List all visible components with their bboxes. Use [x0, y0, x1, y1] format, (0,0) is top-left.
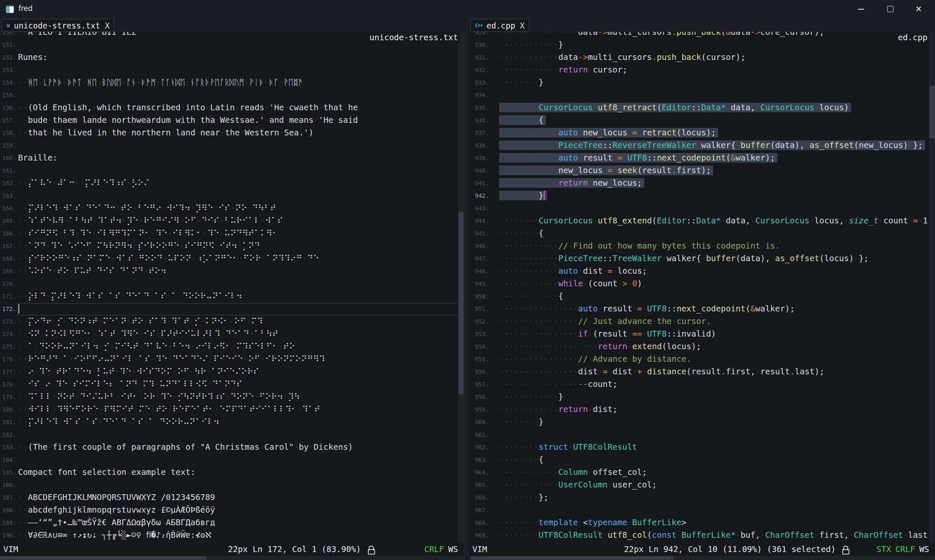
code-line[interactable]: 954.····················return·extend(lo… [469, 340, 935, 353]
code-line[interactable]: 153. [0, 64, 464, 76]
code-line[interactable]: 958.············} [469, 391, 935, 403]
code-line[interactable]: 161. [0, 164, 464, 177]
scrollbar-thumb[interactable] [471, 556, 674, 560]
close-button[interactable]: × [906, 0, 931, 18]
code-line[interactable]: 949.············while·(count·>·0) [469, 277, 935, 290]
minimize-button[interactable] [848, 0, 873, 18]
code-line[interactable]: 166.··⠎⠊⠛⠝⠫·⠃⠹·⠹⠑·⠊⠇⠻⠛⠹⠍⠁⠝⠂·⠹⠑·⠊⠇⠻⠅⠂·⠹⠑·… [0, 227, 464, 240]
code-line[interactable]: 947.············PieceTree::TreeWalker·wa… [469, 252, 935, 265]
code-line[interactable]: 169.··⠡⠕⠎⠑·⠞⠕·⠏⠥⠞·⠙⠊⠎·⠙⠁⠝⠙·⠞⠕⠲ [0, 265, 464, 277]
code-line[interactable]: 945.········{ [469, 227, 935, 240]
code-line[interactable]: 167.··⠁⠝⠙·⠹⠑·⠡⠊⠑⠋·⠍⠳⠗⠝⠻⠲·⡎⠊⠗⠕⠕⠛⠑·⠎⠊⠛⠝⠫·⠊… [0, 240, 464, 252]
code-line[interactable]: 963.········{ [469, 454, 935, 466]
code-line[interactable]: 176.··⠗⠑⠛⠜⠙·⠁·⠊⠕⠋⠋⠔⠤⠝⠁⠊⠇·⠁⠎·⠹⠑·⠙⠑⠁⠙⠑⠌·⠏⠊… [0, 353, 464, 366]
code-line[interactable]: 938.············PieceTree::ReverseTreeWa… [469, 139, 935, 152]
code-line[interactable]: 157.··bude·thaem·lande·northweardum·with… [0, 114, 464, 127]
code-line[interactable]: 931.············data->multi_cursors.push… [469, 51, 935, 64]
code-line[interactable]: 933.········} [469, 76, 935, 89]
code-line[interactable]: 934. [469, 89, 935, 101]
code-line[interactable]: 944.········CursorLocus·utf8_extend(Edit… [469, 215, 935, 227]
code-line[interactable]: 175.··⠁·⠙⠕⠕⠗⠤⠝⠁⠊⠇⠲·⡊·⠍⠊⠣⠞·⠙⠁⠧⠑·⠃⠑⠲·⠔⠊⠇⠔⠫… [0, 340, 464, 353]
code-line[interactable]: 950.············{ [469, 290, 935, 303]
code-line[interactable]: 187.··ABCDEFGHIJKLMNOPQRSTUVWXYZ·/012345… [0, 491, 464, 504]
scrollbar-thumb[interactable] [458, 212, 464, 394]
editor-pane-right[interactable]: ed.cpp 929.················data->multi_c… [469, 32, 935, 543]
horizontal-scrollbar[interactable] [0, 556, 464, 560]
code-line[interactable]: 943. [469, 202, 935, 215]
tab-close-icon[interactable]: X [105, 21, 109, 30]
code-line[interactable]: 937.············auto·new_locus·=·retract… [469, 127, 935, 139]
code-line[interactable]: 182. [0, 428, 464, 441]
code-line[interactable]: 946.············//·Find·out·how·many·byt… [469, 240, 935, 252]
code-line[interactable]: 968.········template·<typename·BufferLik… [469, 516, 935, 529]
code-line[interactable]: 170. [0, 277, 464, 290]
code-line[interactable]: 181.··⡍⠜⠇⠑⠹·⠺⠁⠎·⠁⠎·⠙⠑⠁⠙·⠁⠎·⠁·⠙⠕⠕⠗⠤⠝⠁⠊⠇⠲ [0, 416, 464, 428]
code-line[interactable]: 929.················data->multi_cursors.… [469, 32, 935, 39]
tab-unicode-stress-txt[interactable]: ≡ unicode-stress.txt X [2, 19, 114, 32]
code-line[interactable]: 190.··∀∂∈ℝ∧∪≡∞·↑↗↨↻⇣·┐┼╔╘░►☺♀·ﬁ�♪₂ἠḂӥẄɐ:… [0, 529, 464, 542]
code-line[interactable]: 962.········struct·UTF8ColResult [469, 441, 935, 454]
code-line[interactable]: 162.··⡌⠁⠧⠑·⠼⠁⠒··⡍⠜⠇⠑⠹⠰⠎·⡣⠕⠌ [0, 177, 464, 189]
editor-pane-left[interactable]: unicode-stress.txt 150.··Α·ΪΕΟ·Ϊ·ΪΪΕΛΪΟ·… [0, 32, 464, 543]
code-line[interactable]: 951.················auto·result·=·UTF8::… [469, 303, 935, 315]
code-line[interactable]: 956.················dist·=·dist·+·distan… [469, 366, 935, 378]
code-line[interactable]: 941.············return·new_locus; [469, 177, 935, 189]
vertical-scrollbar[interactable] [929, 32, 935, 543]
code-line[interactable]: 186. [0, 479, 464, 491]
code-line[interactable]: 952.················//·Just·advance·the·… [469, 315, 935, 328]
code-line[interactable]: 932.············return·cursor; [469, 64, 935, 76]
code-line[interactable]: 965.············UserColumn·user_col; [469, 479, 935, 491]
code-line[interactable]: 159. [0, 139, 464, 152]
code-line[interactable]: 154.··ᚻᛖ·ᚳᚹᚫᚦ·ᚦᚫᛏ·ᚻᛖ·ᛒᚢᛞᛖ·ᚩᚾ·ᚦᚫᛗ·ᛚᚪᚾᛞᛖ·ᚾ… [0, 76, 464, 89]
code-line[interactable]: 184. [0, 454, 464, 466]
code-line[interactable]: 936.········{ [469, 114, 935, 127]
code-line[interactable]: 188.··abcdefghijklmnopqrstuvwxyz·£©µÀÆÖÞ… [0, 504, 464, 516]
lock-icon[interactable] [842, 545, 849, 554]
code-line[interactable]: 935.········CursorLocus·utf8_retract(Edi… [469, 101, 935, 114]
code-line[interactable]: 939.············auto·result·=·UTF8::next… [469, 152, 935, 164]
code-area[interactable]: 929.················data->multi_cursors.… [469, 32, 935, 542]
code-line[interactable]: 171.··⡕⠇⠙·⡍⠜⠇⠑⠹·⠺⠁⠎·⠁⠎·⠙⠑⠁⠙·⠁⠎·⠁·⠙⠕⠕⠗⠤⠝⠁… [0, 290, 464, 303]
maximize-button[interactable] [877, 0, 902, 18]
code-line[interactable]: 180.··⠺⠊⠇⠇·⠹⠻⠑⠋⠕⠗⠑·⠏⠻⠍⠊⠞·⠍⠑·⠞⠕·⠗⠑⠏⠑⠁⠞⠂·⠑… [0, 403, 464, 416]
code-line[interactable]: 955.················//·Advance·by·distan… [469, 353, 935, 366]
code-line[interactable]: 961. [469, 428, 935, 441]
code-line[interactable]: 164.··⡍⠜⠇⠑⠹·⠺⠁⠎·⠙⠑⠁⠙⠒·⠞⠕·⠃⠑⠛⠔·⠺⠊⠹⠲·⡹⠻⠑·⠊… [0, 202, 464, 215]
code-line[interactable]: 155. [0, 89, 464, 101]
code-line[interactable]: 152.Runes: [0, 51, 464, 64]
code-line[interactable]: 966.········}; [469, 491, 935, 504]
tab-close-icon[interactable]: X [520, 21, 524, 30]
code-line[interactable]: 969.········UTF8ColResult·utf8_col(const… [469, 529, 935, 542]
code-line[interactable]: 165.··⠱⠁⠞⠑⠧⠻·⠁⠃⠳⠞·⠹⠁⠞⠲·⡹⠑·⠗⠑⠛⠊⠌⠻·⠕⠋·⠙⠊⠎·… [0, 215, 464, 227]
code-line[interactable]: 959.············return·dist; [469, 403, 935, 416]
tab-ed-cpp[interactable]: C++ ed.cpp X [470, 19, 529, 32]
code-line[interactable]: 158.··that·he·lived·in·the·northern·land… [0, 127, 464, 139]
code-line[interactable]: 177.··⠔·⠹⠑·⠞⠗⠁⠙⠑⠲·⡃⠥⠞·⠹⠑·⠺⠊⠎⠙⠕⠍·⠕⠋·⠳⠗·⠁⠝… [0, 366, 464, 378]
code-line[interactable]: 953.················if·(result·==·UTF8::… [469, 328, 935, 340]
scrollbar-thumb[interactable] [930, 86, 935, 138]
code-line[interactable]: 160.Braille: [0, 152, 464, 164]
code-line[interactable]: 960.········} [469, 416, 935, 428]
code-line[interactable]: 940.············new_locus·=·seek(result.… [469, 164, 935, 177]
code-line[interactable]: 163. [0, 189, 464, 202]
lock-icon[interactable] [368, 545, 374, 554]
code-line[interactable]: 930.············} [469, 39, 935, 51]
scrollbar-thumb[interactable] [0, 556, 206, 560]
code-line[interactable]: 957.················--count; [469, 378, 935, 391]
code-line[interactable]: 172. [0, 303, 464, 315]
vertical-scrollbar[interactable] [458, 32, 464, 543]
code-line[interactable]: 967. [469, 504, 935, 516]
code-line[interactable]: 173.··⡍⠔⠙⠖·⡊·⠙⠕⠝⠰⠞·⠍⠑⠁⠝·⠞⠕·⠎⠁⠹·⠹⠁⠞·⡊·⠅⠝⠪… [0, 315, 464, 328]
code-line[interactable]: 183.··(The·first·couple·of·paragraphs·of… [0, 441, 464, 454]
code-line[interactable]: 179.··⠩⠁⠇⠇·⠝⠕⠞·⠙⠊⠌⠥⠗⠃·⠊⠞⠂·⠕⠗·⠹⠑·⡊⠳⠝⠞⠗⠹⠰⠎… [0, 391, 464, 403]
code-line[interactable]: 168.··⡎⠊⠗⠕⠕⠛⠑⠰⠎·⠝⠁⠍⠑·⠺⠁⠎·⠛⠕⠕⠙·⠥⠏⠕⠝·⠰⡡⠁⠝⠛… [0, 252, 464, 265]
code-line[interactable]: 178.··⠊⠎·⠔·⠹⠑·⠎⠊⠍⠊⠇⠑⠆·⠁⠝⠙·⠍⠹·⠥⠝⠙⠁⠇⠇⠪⠫·⠙⠁… [0, 378, 464, 391]
code-line[interactable]: 156.··(Old·English,·which·transcribed·in… [0, 101, 464, 114]
code-line[interactable]: 185.Compact·font·selection·example·text: [0, 466, 464, 479]
code-line[interactable]: 942.········} [469, 189, 935, 202]
code-line[interactable]: 964.············Column·offset_col; [469, 466, 935, 479]
code-area[interactable]: 150.··Α·ΪΕΟ·Ϊ·ΪΪΕΛΪΟ·ΒΪΪ·ΪΕΖ151.152.Rune… [0, 32, 464, 542]
code-line[interactable]: 174.··⠪⠝·⠅⠝⠪⠇⠫⠛⠑⠂·⠱⠁⠞·⠹⠻⠑·⠊⠎·⠏⠜⠞⠊⠊⠥⠇⠜⠇⠹·… [0, 328, 464, 340]
code-line[interactable]: 189.··–—‘“”„†•…‰™œŠŸž€·ΑΒΓΔΩαβγδω·АБВГДа… [0, 516, 464, 529]
horizontal-scrollbar[interactable] [469, 556, 935, 560]
